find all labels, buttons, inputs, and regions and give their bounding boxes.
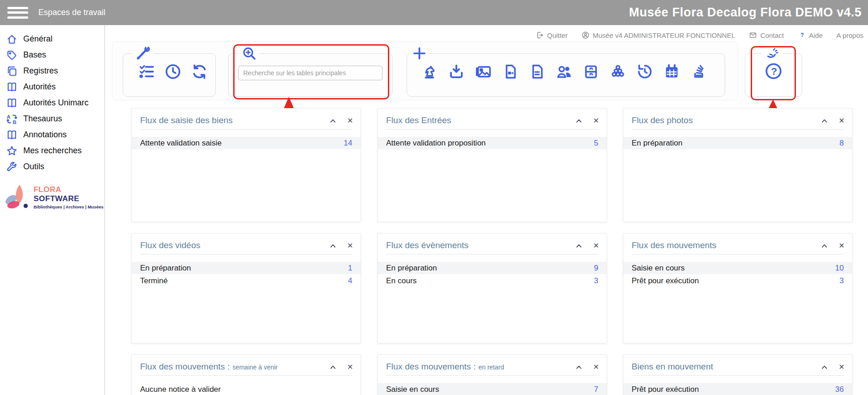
card-header: Flux des Entrées✕ xyxy=(378,109,607,129)
card-row: Saisie en cours7 xyxy=(378,383,607,395)
user-bar-contact[interactable]: Contact xyxy=(749,31,784,39)
card-close-button[interactable]: ✕ xyxy=(347,242,353,249)
sidebar-item-autorites[interactable]: Autorités xyxy=(0,79,105,95)
card-row-value[interactable]: 8 xyxy=(840,139,844,148)
sidebar-item-outils[interactable]: Outils xyxy=(0,159,105,175)
card-row-value[interactable]: 7 xyxy=(594,385,598,394)
close-icon: ✕ xyxy=(839,242,845,249)
user-bar-aide[interactable]: ?Aide xyxy=(798,31,823,39)
card-row: Saisie en cours10 xyxy=(623,262,852,274)
toolbar-document-button[interactable] xyxy=(528,63,546,80)
zoom-plus-icon xyxy=(241,46,257,61)
tag-icon xyxy=(6,49,18,61)
card-row-value[interactable]: 10 xyxy=(835,264,844,273)
envelope-icon xyxy=(749,31,757,39)
calendar-icon xyxy=(663,63,680,80)
toolbar-checklist-button[interactable] xyxy=(138,63,155,80)
card-collapse-button[interactable] xyxy=(329,244,336,248)
card-divider xyxy=(632,129,844,130)
card-subtitle: semaine à venir xyxy=(232,364,277,371)
card-title: Flux des vidéos xyxy=(140,240,200,250)
svg-text:B: B xyxy=(13,120,16,125)
card-close-button[interactable]: ✕ xyxy=(839,117,845,125)
user-bar-label: Aide xyxy=(809,31,823,39)
book-icon xyxy=(6,81,18,93)
card-close-button[interactable]: ✕ xyxy=(839,242,845,249)
toolbar-drawer-button[interactable] xyxy=(582,63,600,80)
toolbar-video-file-button[interactable] xyxy=(502,63,519,80)
card-collapse-button[interactable] xyxy=(821,365,828,369)
toolbar-calendar-button[interactable] xyxy=(663,63,680,80)
card-header: Flux des mouvements✕ xyxy=(623,234,852,254)
user-bar-user[interactable]: Musée v4 ADMINISTRATEUR FONCTIONNEL xyxy=(581,31,735,39)
card-close-button[interactable]: ✕ xyxy=(593,242,599,249)
card-row-value[interactable]: 3 xyxy=(594,276,598,286)
card-divider xyxy=(386,129,598,130)
sidebar-item-label: Registres xyxy=(23,66,58,76)
toolbar-help-button[interactable]: ? xyxy=(764,62,783,80)
card-row-value[interactable]: 3 xyxy=(840,276,844,286)
card-title: Flux des évènements xyxy=(386,240,469,250)
card-close-button[interactable]: ✕ xyxy=(347,364,353,371)
toolbar-import-button[interactable] xyxy=(448,63,465,80)
sidebar-item-registres[interactable]: Registres xyxy=(0,63,105,79)
card-close-button[interactable]: ✕ xyxy=(347,117,353,125)
sidebar-item-thesaurus[interactable]: ABThesaurus xyxy=(0,111,105,127)
card-collapse-button[interactable] xyxy=(821,119,828,123)
close-icon: ✕ xyxy=(593,364,599,371)
chevron-up-icon xyxy=(821,244,828,248)
book-icon xyxy=(6,97,18,109)
users-icon xyxy=(555,63,573,80)
card-row-label: Prêt pour exécution xyxy=(632,276,699,286)
card-collapse-button[interactable] xyxy=(575,119,582,123)
user-bar-apropos[interactable]: A propos xyxy=(837,31,863,39)
card-collapse-button[interactable] xyxy=(329,119,336,123)
card-collapse-button[interactable] xyxy=(821,244,828,248)
card-row: Attente validation proposition5 xyxy=(378,137,607,149)
user-circle-icon xyxy=(581,31,590,39)
card-close-button[interactable]: ✕ xyxy=(839,364,845,371)
sidebar-item-autorites-unimarc[interactable]: Autorités Unimarc xyxy=(0,95,105,111)
workspace-label: Espaces de travail xyxy=(38,8,105,17)
card-close-button[interactable]: ✕ xyxy=(593,117,599,125)
svg-text:?: ? xyxy=(771,66,777,77)
toolbar-network-button[interactable] xyxy=(609,63,627,80)
card-row-value[interactable]: 5 xyxy=(594,139,598,148)
card-row-value[interactable]: 9 xyxy=(594,264,598,273)
card-row-label: En cours xyxy=(386,276,417,286)
card-row: Aucune notice à valider xyxy=(132,383,361,395)
user-bar-label: Contact xyxy=(760,31,784,39)
toolbar-refresh-button[interactable] xyxy=(191,63,208,80)
card-row-value[interactable]: 14 xyxy=(344,139,352,148)
toolbar-stack-button[interactable] xyxy=(690,63,707,80)
global-search-input[interactable] xyxy=(238,66,382,80)
home-icon xyxy=(6,33,18,45)
toolbar-history-button[interactable] xyxy=(636,63,654,80)
card-collapse-button[interactable] xyxy=(575,244,582,248)
hamburger-menu-icon[interactable] xyxy=(7,5,28,20)
card-row-value[interactable]: 36 xyxy=(835,385,844,394)
card-row-label: En préparation xyxy=(632,139,683,148)
zoom-plus-icon xyxy=(241,46,257,61)
toolbar-clock-button[interactable] xyxy=(164,63,182,80)
card-row-value[interactable]: 1 xyxy=(348,264,352,273)
user-bar-quitter[interactable]: Quitter xyxy=(536,31,568,39)
card-close-button[interactable]: ✕ xyxy=(593,364,599,371)
toolbar-chess-knight-button[interactable] xyxy=(421,63,438,80)
toolbar-users-button[interactable] xyxy=(555,63,573,80)
chess-knight-icon xyxy=(421,63,438,80)
card-row-label: Attente validation proposition xyxy=(386,139,486,148)
wrench-icon xyxy=(6,161,18,173)
sidebar-item-mes-recherches[interactable]: Mes recherches xyxy=(0,143,105,159)
card-collapse-button[interactable] xyxy=(329,365,336,369)
sidebar: GénéralBasesRegistresAutoritésAutorités … xyxy=(0,25,105,395)
sidebar-item-general[interactable]: Général xyxy=(0,31,105,47)
toolbar-image-button[interactable] xyxy=(475,63,492,80)
sidebar-item-bases[interactable]: Bases xyxy=(0,47,105,63)
card-divider xyxy=(386,254,598,255)
card-collapse-button[interactable] xyxy=(575,365,582,369)
card-row: Terminé4 xyxy=(132,275,361,287)
refresh-icon xyxy=(191,63,208,80)
card-row-value[interactable]: 4 xyxy=(348,276,352,286)
sidebar-item-annotations[interactable]: Annotations xyxy=(0,127,105,143)
